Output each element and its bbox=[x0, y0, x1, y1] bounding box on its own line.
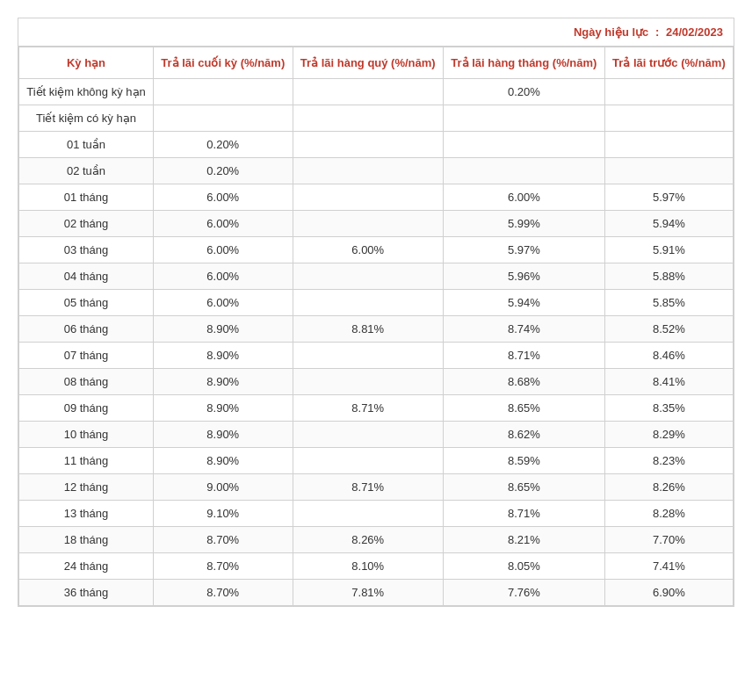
cell-rate: 8.90% bbox=[154, 448, 293, 474]
col-header-prepaid: Trả lãi trước (%/năm) bbox=[604, 47, 733, 79]
cell-rate: 8.65% bbox=[443, 474, 604, 501]
main-container: Ngày hiệu lực : 24/02/2023 Kỳ hạn Trả lã… bbox=[18, 18, 734, 607]
cell-rate: 8.71% bbox=[443, 343, 604, 369]
cell-rate: 5.91% bbox=[604, 237, 733, 263]
cell-period: 04 tháng bbox=[19, 263, 154, 290]
cell-rate: 0.20% bbox=[443, 79, 604, 105]
cell-rate: 5.99% bbox=[443, 211, 604, 237]
col-header-quarterly: Trả lãi hàng quý (%/năm) bbox=[293, 47, 443, 79]
cell-rate: 8.71% bbox=[443, 501, 604, 527]
cell-rate: 8.90% bbox=[154, 316, 293, 343]
cell-rate bbox=[443, 132, 604, 158]
cell-rate: 9.00% bbox=[154, 474, 293, 501]
cell-rate: 6.00% bbox=[293, 237, 443, 263]
cell-period: 13 tháng bbox=[19, 501, 154, 527]
cell-rate: 0.20% bbox=[154, 132, 293, 158]
cell-rate: 5.94% bbox=[604, 211, 733, 237]
cell-rate bbox=[604, 79, 733, 105]
cell-rate: 8.70% bbox=[154, 553, 293, 580]
cell-period: 18 tháng bbox=[19, 527, 154, 553]
cell-period: 11 tháng bbox=[19, 448, 154, 474]
cell-rate: 7.76% bbox=[443, 580, 604, 606]
table-row: 03 tháng6.00%6.00%5.97%5.91% bbox=[19, 237, 734, 263]
cell-rate bbox=[293, 263, 443, 290]
cell-rate bbox=[293, 422, 443, 448]
cell-period: 07 tháng bbox=[19, 343, 154, 369]
cell-rate: 8.90% bbox=[154, 369, 293, 395]
cell-period: 02 tháng bbox=[19, 211, 154, 237]
cell-rate: 7.70% bbox=[604, 527, 733, 553]
cell-rate: 5.85% bbox=[604, 290, 733, 316]
cell-rate: 8.90% bbox=[154, 422, 293, 448]
cell-period: 01 tuần bbox=[19, 132, 154, 158]
cell-rate bbox=[604, 132, 733, 158]
table-row: 01 tuần0.20% bbox=[19, 132, 734, 158]
col-header-end-of-term: Trả lãi cuối kỳ (%/năm) bbox=[154, 47, 293, 79]
cell-rate: 6.00% bbox=[443, 184, 604, 211]
cell-period: Tiết kiệm không kỳ hạn bbox=[19, 79, 154, 105]
cell-rate: 6.00% bbox=[154, 237, 293, 263]
table-row: 05 tháng6.00%5.94%5.85% bbox=[19, 290, 734, 316]
cell-rate: 8.90% bbox=[154, 395, 293, 422]
table-row: 11 tháng8.90%8.59%8.23% bbox=[19, 448, 734, 474]
cell-rate: 8.28% bbox=[604, 501, 733, 527]
cell-rate: 8.21% bbox=[443, 527, 604, 553]
cell-rate bbox=[154, 105, 293, 132]
cell-rate: 6.00% bbox=[154, 184, 293, 211]
effective-date-value: 24/02/2023 bbox=[666, 25, 723, 39]
effective-date-row: Ngày hiệu lực : 24/02/2023 bbox=[18, 18, 734, 47]
table-row: Tiết kiệm không kỳ hạn0.20% bbox=[19, 79, 734, 105]
cell-rate: 8.71% bbox=[293, 474, 443, 501]
cell-period: 02 tuần bbox=[19, 158, 154, 184]
cell-rate bbox=[604, 158, 733, 184]
cell-rate: 7.81% bbox=[293, 580, 443, 606]
table-row: 36 tháng8.70%7.81%7.76%6.90% bbox=[19, 580, 734, 606]
cell-rate: 9.10% bbox=[154, 501, 293, 527]
cell-rate: 7.41% bbox=[604, 553, 733, 580]
table-row: 10 tháng8.90%8.62%8.29% bbox=[19, 422, 734, 448]
cell-rate bbox=[443, 158, 604, 184]
cell-rate: 0.20% bbox=[154, 158, 293, 184]
cell-rate: 8.23% bbox=[604, 448, 733, 474]
cell-rate: 8.26% bbox=[293, 527, 443, 553]
cell-rate bbox=[293, 158, 443, 184]
cell-rate: 8.71% bbox=[293, 395, 443, 422]
cell-rate: 8.10% bbox=[293, 553, 443, 580]
cell-period: 09 tháng bbox=[19, 395, 154, 422]
cell-rate: 8.46% bbox=[604, 343, 733, 369]
table-row: 09 tháng8.90%8.71%8.65%8.35% bbox=[19, 395, 734, 422]
cell-rate: 5.96% bbox=[443, 263, 604, 290]
col-header-period: Kỳ hạn bbox=[19, 47, 154, 79]
table-row: 06 tháng8.90%8.81%8.74%8.52% bbox=[19, 316, 734, 343]
cell-period: 01 tháng bbox=[19, 184, 154, 211]
table-header-row: Kỳ hạn Trả lãi cuối kỳ (%/năm) Trả lãi h… bbox=[19, 47, 734, 79]
table-row: Tiết kiệm có kỳ hạn bbox=[19, 105, 734, 132]
cell-rate: 8.74% bbox=[443, 316, 604, 343]
cell-rate bbox=[293, 343, 443, 369]
cell-rate: 8.29% bbox=[604, 422, 733, 448]
table-row: 01 tháng6.00%6.00%5.97% bbox=[19, 184, 734, 211]
table-row: 02 tuần0.20% bbox=[19, 158, 734, 184]
cell-rate: 8.62% bbox=[443, 422, 604, 448]
cell-period: 08 tháng bbox=[19, 369, 154, 395]
cell-rate bbox=[293, 79, 443, 105]
cell-rate: 8.65% bbox=[443, 395, 604, 422]
cell-rate: 6.00% bbox=[154, 211, 293, 237]
cell-rate bbox=[443, 105, 604, 132]
cell-rate: 5.94% bbox=[443, 290, 604, 316]
cell-period: 06 tháng bbox=[19, 316, 154, 343]
cell-rate: 8.70% bbox=[154, 580, 293, 606]
cell-rate: 8.81% bbox=[293, 316, 443, 343]
cell-rate: 8.41% bbox=[604, 369, 733, 395]
table-row: 04 tháng6.00%5.96%5.88% bbox=[19, 263, 734, 290]
col-header-monthly: Trả lãi hàng tháng (%/năm) bbox=[443, 47, 604, 79]
cell-rate: 8.68% bbox=[443, 369, 604, 395]
effective-date-separator: : bbox=[655, 25, 659, 39]
cell-rate bbox=[154, 79, 293, 105]
cell-rate: 5.97% bbox=[443, 237, 604, 263]
table-row: 08 tháng8.90%8.68%8.41% bbox=[19, 369, 734, 395]
cell-period: Tiết kiệm có kỳ hạn bbox=[19, 105, 154, 132]
cell-rate bbox=[293, 369, 443, 395]
cell-period: 12 tháng bbox=[19, 474, 154, 501]
table-row: 13 tháng9.10%8.71%8.28% bbox=[19, 501, 734, 527]
